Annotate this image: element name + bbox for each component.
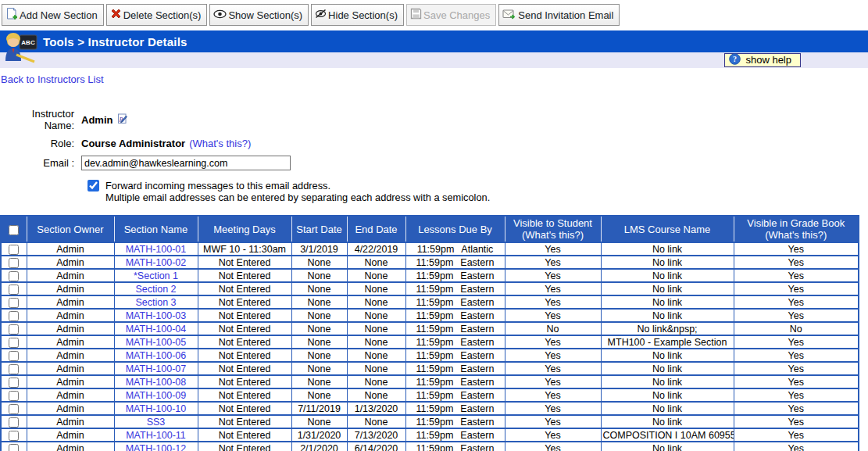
cell-meeting-days: Not Entered: [198, 335, 291, 349]
row-checkbox[interactable]: [9, 404, 19, 414]
hide-sections-button[interactable]: Hide Section(s): [311, 4, 404, 26]
cell-meeting-days: Not Entered: [198, 256, 291, 269]
row-checkbox[interactable]: [9, 351, 19, 361]
section-name-link[interactable]: MATH-100-04: [126, 324, 187, 335]
cell-lessons-due-by: 11:59pmEastern: [405, 309, 505, 322]
due-zone: Eastern: [460, 324, 494, 335]
row-checkbox[interactable]: [9, 391, 19, 401]
show-sections-button[interactable]: Show Section(s): [209, 4, 309, 26]
due-zone: Eastern: [460, 337, 494, 348]
due-time: 11:59pm: [416, 377, 454, 388]
role-whats-this-link[interactable]: (What's this?): [189, 138, 251, 149]
due-zone: Atlantic: [461, 244, 493, 255]
section-name-link[interactable]: Section 3: [135, 297, 176, 308]
cell-meeting-days: Not Entered: [198, 428, 291, 442]
section-name-link[interactable]: MATH-100-07: [126, 363, 187, 374]
cell-start-date: None: [291, 388, 347, 402]
add-section-icon: [5, 7, 18, 23]
row-checkbox[interactable]: [9, 245, 19, 255]
cell-section-owner: Admin: [27, 269, 114, 282]
cell-end-date: 7/13/2020: [347, 428, 405, 442]
section-name-link[interactable]: MATH-100-01: [126, 244, 187, 255]
due-time: 11:59pm: [416, 310, 454, 321]
forward-messages-line2: Multiple email addresses can be entered …: [105, 191, 490, 203]
section-name-link[interactable]: MATH-100-05: [126, 337, 187, 348]
cell-section-name: Section 3: [114, 295, 198, 309]
table-row: Admin MATH-100-12 Not Entered 2/1/2020 6…: [1, 442, 859, 451]
show-help-button[interactable]: ? show help: [724, 53, 801, 67]
cell-section-name: MATH-100-11: [114, 428, 198, 442]
save-changes-button[interactable]: Save Changes: [406, 4, 496, 26]
email-field[interactable]: [81, 156, 291, 170]
row-checkbox[interactable]: [9, 431, 19, 441]
cell-lms-course-name: COMPOSITION I 10AM 60955: [601, 428, 734, 442]
section-name-link[interactable]: MATH-100-08: [126, 377, 187, 388]
cell-lessons-due-by: 11:59pmEastern: [405, 362, 505, 375]
cell-end-date: None: [347, 309, 405, 322]
section-name-link[interactable]: MATH-100-02: [126, 257, 187, 268]
cell-end-date: None: [347, 295, 405, 309]
cell-section-name: MATH-100-01: [114, 242, 198, 256]
cell-start-date: 2/1/2020: [291, 442, 347, 451]
row-checkbox[interactable]: [9, 364, 19, 374]
row-checkbox[interactable]: [9, 338, 19, 348]
eye-icon: [213, 9, 227, 21]
row-checkbox[interactable]: [9, 378, 19, 388]
section-name-link[interactable]: SS3: [147, 417, 166, 428]
cell-section-name: MATH-100-08: [114, 375, 198, 388]
cell-visible-grade-book: Yes: [734, 349, 859, 362]
due-time: 11:59pm: [416, 284, 454, 295]
due-zone: Eastern: [460, 350, 494, 361]
section-table-body: Admin MATH-100-01 MWF 10 - 11:30am 3/1/2…: [1, 242, 859, 451]
row-checkbox[interactable]: [9, 417, 19, 428]
delete-sections-button[interactable]: Delete Section(s): [106, 4, 208, 26]
row-checkbox[interactable]: [9, 258, 19, 268]
edit-instructor-name-icon[interactable]: B: [117, 113, 128, 127]
row-checkbox[interactable]: [9, 444, 19, 451]
cell-lessons-due-by: 11:59pmEastern: [405, 256, 505, 269]
section-name-link[interactable]: Section 2: [135, 284, 176, 295]
header-section-owner: Section Owner: [27, 216, 114, 242]
due-zone: Eastern: [460, 310, 494, 321]
cell-visible-grade-book: Yes: [734, 375, 859, 388]
cell-lessons-due-by: 11:59pmEastern: [405, 269, 505, 282]
forward-messages-text: Forward incoming messages to this email …: [105, 180, 490, 203]
cell-select: [1, 282, 27, 295]
table-row: Admin MATH-100-08 Not Entered None None …: [1, 375, 859, 388]
row-checkbox[interactable]: [9, 271, 19, 281]
due-time: 11:59pm: [416, 337, 454, 348]
row-checkbox[interactable]: [9, 285, 19, 295]
section-name-link[interactable]: *Section 1: [134, 270, 178, 281]
due-time: 11:59pm: [416, 350, 454, 361]
email-icon: [502, 9, 516, 22]
row-checkbox[interactable]: [9, 311, 19, 321]
section-name-link[interactable]: MATH-100-09: [126, 390, 187, 401]
back-to-instructors-link[interactable]: Back to Instructors List: [1, 73, 104, 85]
send-invitation-email-button[interactable]: Send Invitation Email: [498, 4, 620, 26]
cell-meeting-days: Not Entered: [198, 362, 291, 375]
table-row: Admin MATH-100-06 Not Entered None None …: [1, 349, 859, 362]
row-checkbox[interactable]: [9, 324, 19, 335]
section-name-link[interactable]: MATH-100-12: [126, 443, 187, 451]
select-all-checkbox[interactable]: [9, 225, 19, 235]
row-checkbox[interactable]: [9, 298, 19, 308]
forward-messages-checkbox[interactable]: [88, 180, 99, 191]
add-new-section-button[interactable]: Add New Section: [2, 4, 104, 26]
cell-meeting-days: Not Entered: [198, 282, 291, 295]
cell-visible-to-student: Yes: [505, 375, 601, 388]
cell-section-owner: Admin: [27, 375, 114, 388]
cell-end-date: None: [347, 415, 405, 428]
section-name-link[interactable]: MATH-100-11: [126, 430, 186, 441]
due-zone: Eastern: [460, 284, 494, 295]
cell-lms-course-name: No link: [601, 349, 734, 362]
cell-section-owner: Admin: [27, 415, 114, 428]
cell-start-date: 1/31/2020: [291, 428, 347, 442]
cell-end-date: 1/13/2020: [347, 402, 405, 415]
cell-end-date: 4/22/2019: [347, 242, 405, 256]
header-select-all: [1, 216, 27, 242]
section-name-link[interactable]: MATH-100-10: [126, 403, 187, 414]
cell-start-date: 7/11/2019: [291, 402, 347, 415]
cell-section-owner: Admin: [27, 242, 114, 256]
section-name-link[interactable]: MATH-100-03: [126, 310, 187, 321]
section-name-link[interactable]: MATH-100-06: [126, 350, 187, 361]
